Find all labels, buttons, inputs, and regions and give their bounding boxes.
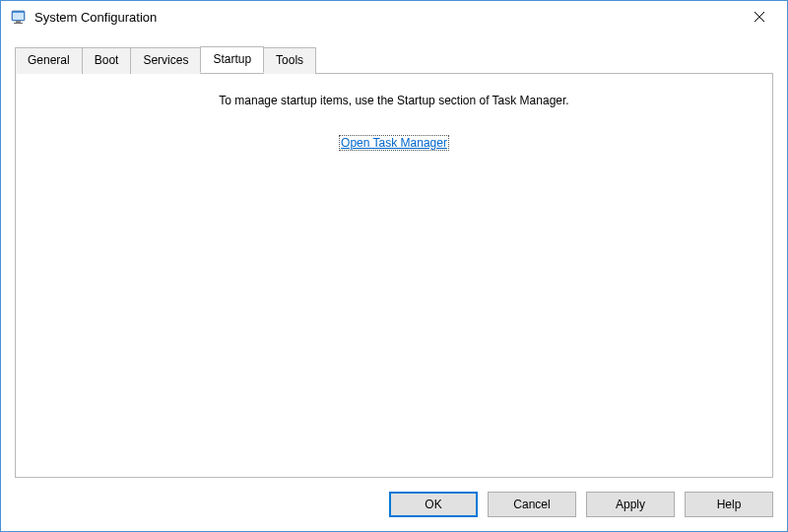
tab-boot[interactable]: Boot [82,47,132,74]
apply-button[interactable]: Apply [586,492,675,517]
open-task-manager-link[interactable]: Open Task Manager [339,135,449,151]
startup-panel: To manage startup items, use the Startup… [15,73,773,478]
close-button[interactable] [740,3,779,31]
dialog-body: General Boot Services Startup Tools To m… [1,33,787,478]
ok-button[interactable]: OK [389,492,478,517]
svg-rect-2 [16,21,21,23]
startup-instruction: To manage startup items, use the Startup… [32,94,756,107]
msconfig-icon [11,9,27,25]
tab-tools[interactable]: Tools [263,47,316,74]
tab-services[interactable]: Services [130,47,201,74]
window-title: System Configuration [34,10,740,25]
button-row: OK Cancel Apply Help [1,478,787,531]
svg-rect-3 [14,23,23,24]
system-configuration-window: System Configuration General Boot Servic… [0,0,788,532]
tab-bar: General Boot Services Startup Tools [15,46,773,73]
svg-rect-1 [13,13,24,20]
tab-startup[interactable]: Startup [200,46,264,73]
titlebar: System Configuration [1,1,787,33]
tab-general[interactable]: General [15,47,83,74]
help-button[interactable]: Help [685,492,773,517]
cancel-button[interactable]: Cancel [488,492,576,517]
close-icon [755,12,764,22]
